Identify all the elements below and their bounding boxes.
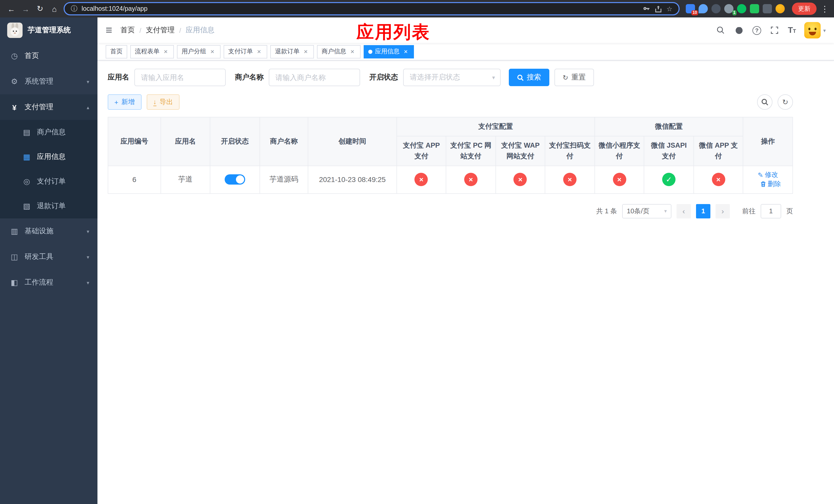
tab-refund-order[interactable]: 退款订单× [270, 45, 314, 58]
cell-wx-mini: × [595, 166, 644, 193]
merchant-name-input[interactable] [269, 69, 360, 86]
breadcrumb-home[interactable]: 首页 [120, 26, 135, 35]
sidebar-toggle-icon[interactable]: ≡ [106, 25, 112, 36]
close-icon[interactable]: × [302, 48, 309, 55]
tab-app-info[interactable]: 应用信息× [364, 45, 414, 58]
status-cross-icon: × [415, 173, 428, 186]
share-icon[interactable] [655, 5, 662, 13]
page-size-select[interactable]: 10条/页 ▾ [622, 204, 672, 219]
avatar[interactable] [804, 22, 821, 39]
toggle-search-button[interactable] [757, 94, 772, 110]
goto-page-input[interactable] [761, 204, 781, 219]
col-app-id: 应用编号 [108, 117, 160, 166]
add-button[interactable]: + 新增 [108, 94, 141, 110]
breadcrumb-payment[interactable]: 支付管理 [146, 26, 175, 35]
close-icon[interactable]: × [209, 48, 216, 55]
delete-link[interactable]: 删除 [760, 180, 781, 189]
infrastructure-icon: ▥ [10, 227, 19, 236]
close-icon[interactable]: × [349, 48, 356, 55]
page-annotation: 应用列表 [356, 21, 430, 44]
yen-icon: ¥ [10, 103, 19, 112]
gear-icon: ⚙ [10, 77, 19, 86]
goto-unit: 页 [786, 207, 793, 216]
browser-home-button[interactable]: ⌂ [49, 4, 60, 13]
extension-drop-icon[interactable] [699, 4, 708, 13]
extension-wechat-devtools-icon[interactable] [737, 4, 746, 13]
extension-docs-icon[interactable] [750, 4, 759, 13]
cell-alipay-qr: × [545, 166, 595, 193]
address-bar[interactable]: ⓘ localhost:1024/pay/app ☆ [64, 2, 680, 15]
chevron-down-icon: ▾ [87, 280, 89, 285]
extension-emoji-icon[interactable] [775, 4, 785, 13]
table-row: 6 芋道 芋道源码 2021-10-23 08:49:25 × × × [108, 166, 793, 193]
extension-blocker-icon[interactable]: 10 [686, 4, 695, 13]
close-icon[interactable]: × [402, 48, 409, 55]
search-icon[interactable] [716, 25, 726, 36]
sidebar-item-payment[interactable]: ¥ 支付管理 ▴ [0, 94, 97, 120]
sidebar-item-label: 研发工具 [25, 252, 53, 261]
sidebar-item-refund-order[interactable]: ▧ 退款订单 [0, 194, 97, 219]
plus-icon: + [114, 99, 118, 105]
browser-menu-icon[interactable]: ⋮ [821, 4, 828, 14]
sidebar-logo-row[interactable]: 芋道管理系统 [0, 18, 97, 43]
extension-badge-green: 1 [732, 10, 737, 15]
main-area: ≡ 首页 / 支付管理 / 应用信息 应用列表 ? [97, 18, 834, 504]
sidebar-item-system[interactable]: ⚙ 系统管理 ▾ [0, 69, 97, 94]
sidebar-item-label: 基础设施 [25, 227, 53, 236]
reset-button[interactable]: ↻ 重置 [554, 69, 594, 86]
sidebar-item-infrastructure[interactable]: ▥ 基础设施 ▾ [0, 219, 97, 244]
close-icon[interactable]: × [256, 48, 263, 55]
tab-process-form[interactable]: 流程表单× [130, 45, 174, 58]
cell-app-name: 芋道 [160, 166, 210, 193]
extension-badge1-icon[interactable]: 1 [724, 4, 733, 13]
status-select-placeholder: 请选择开启状态 [410, 73, 460, 82]
sidebar-item-devtools[interactable]: ◫ 研发工具 ▾ [0, 244, 97, 270]
status-select[interactable]: 请选择开启状态 ▾ [403, 69, 501, 86]
refund-doc-icon: ▧ [23, 202, 31, 211]
col-alipay-wap: 支付宝 WAP 网站支付 [496, 136, 545, 166]
status-cross-icon: × [712, 173, 725, 186]
sidebar-item-workflow[interactable]: ◧ 工作流程 ▾ [0, 270, 97, 295]
browser-reload-button[interactable]: ↻ [35, 4, 45, 13]
search-button[interactable]: 搜索 [509, 69, 549, 86]
browser-back-button[interactable]: ← [6, 4, 16, 13]
tab-user-group[interactable]: 用户分组× [177, 45, 221, 58]
help-icon[interactable]: ? [752, 26, 761, 35]
status-toggle[interactable] [225, 175, 245, 185]
font-size-icon[interactable]: TT [788, 26, 796, 35]
sidebar-item-label: 商户信息 [37, 128, 66, 137]
edit-link[interactable]: ✎修改 [758, 170, 778, 180]
sidebar-item-app-info[interactable]: ▦ 应用信息 [0, 144, 97, 169]
prev-page-button[interactable]: ‹ [677, 204, 691, 219]
app-name-input[interactable] [134, 69, 226, 86]
cell-alipay-pc: × [446, 166, 496, 193]
page-number-active[interactable]: 1 [696, 204, 710, 219]
url-text[interactable]: localhost:1024/pay/app [82, 5, 148, 12]
chrome-update-button[interactable]: 更新 [792, 3, 816, 15]
user-menu[interactable]: ▾ [804, 22, 826, 39]
browser-chrome: ← → ↻ ⌂ ⓘ localhost:1024/pay/app ☆ 10 [0, 0, 834, 18]
app-title: 芋道管理系统 [28, 26, 71, 35]
bookmark-star-icon[interactable]: ☆ [666, 5, 673, 13]
col-group-alipay: 支付宝配置 [396, 117, 594, 136]
github-icon[interactable] [734, 25, 744, 36]
browser-forward-button[interactable]: → [21, 4, 31, 13]
sidebar-item-home[interactable]: ◷ 首页 [0, 43, 97, 69]
sidebar-item-pay-order[interactable]: ◎ 支付订单 [0, 169, 97, 194]
export-button[interactable]: ↓ 导出 [147, 94, 179, 110]
password-key-icon[interactable] [643, 5, 651, 13]
site-info-icon[interactable]: ⓘ [71, 4, 78, 13]
refresh-table-button[interactable]: ↻ [777, 94, 793, 110]
tab-pay-order[interactable]: 支付订单× [224, 45, 267, 58]
tab-home[interactable]: 首页 [106, 45, 127, 58]
close-icon[interactable]: × [162, 48, 169, 55]
sidebar-submenu-payment: ▤ 商户信息 ▦ 应用信息 ◎ 支付订单 ▧ 退款订单 [0, 120, 97, 219]
tab-merchant-info[interactable]: 商户信息× [317, 45, 360, 58]
fullscreen-icon[interactable] [769, 25, 780, 36]
next-page-button[interactable]: › [716, 204, 730, 219]
extension-dark-icon[interactable] [711, 4, 721, 13]
col-merchant: 商户名称 [260, 117, 308, 166]
extension-puzzle-icon[interactable] [763, 4, 772, 13]
cell-actions: ✎修改 删除 [743, 166, 793, 193]
sidebar-item-merchant-info[interactable]: ▤ 商户信息 [0, 120, 97, 144]
